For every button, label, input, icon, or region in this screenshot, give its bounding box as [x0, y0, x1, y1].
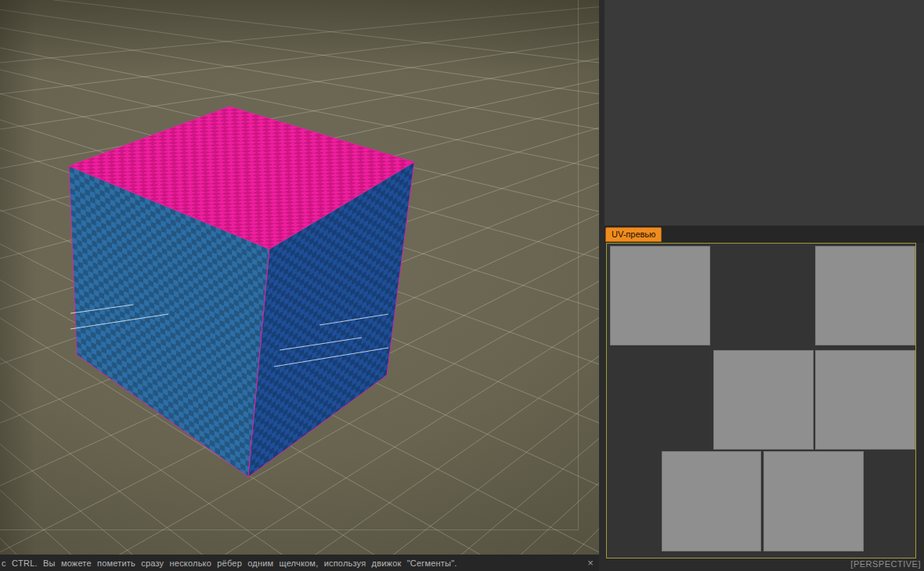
scene-svg [0, 0, 599, 571]
status-bar: с CTRL. Вы можете пометить сразу несколь… [0, 555, 599, 571]
uv-island [610, 246, 710, 345]
viewport-3d[interactable]: с CTRL. Вы можете пометить сразу несколь… [0, 0, 599, 571]
viewport-mode-footer: [PERSPECTIVE] [599, 558, 924, 571]
uv-island [763, 451, 864, 551]
panel-empty-area [605, 0, 924, 226]
uv-tab-strip: UV-превью [605, 226, 924, 243]
tab-uv-preview[interactable]: UV-превью [605, 227, 662, 242]
uv-preview-canvas[interactable] [606, 243, 916, 558]
uv-island [662, 451, 761, 551]
uv-island [815, 350, 915, 450]
close-icon[interactable]: × [587, 558, 594, 568]
viewport-mode-label: [PERSPECTIVE] [850, 559, 921, 569]
right-panel: UV-превью [PERSPECTIVE] [599, 0, 924, 571]
cube-object[interactable] [69, 107, 414, 477]
status-message: с CTRL. Вы можете пометить сразу несколь… [2, 558, 579, 568]
uv-island [815, 246, 915, 345]
app-window: с CTRL. Вы можете пометить сразу несколь… [0, 0, 924, 571]
uv-island [713, 350, 814, 450]
